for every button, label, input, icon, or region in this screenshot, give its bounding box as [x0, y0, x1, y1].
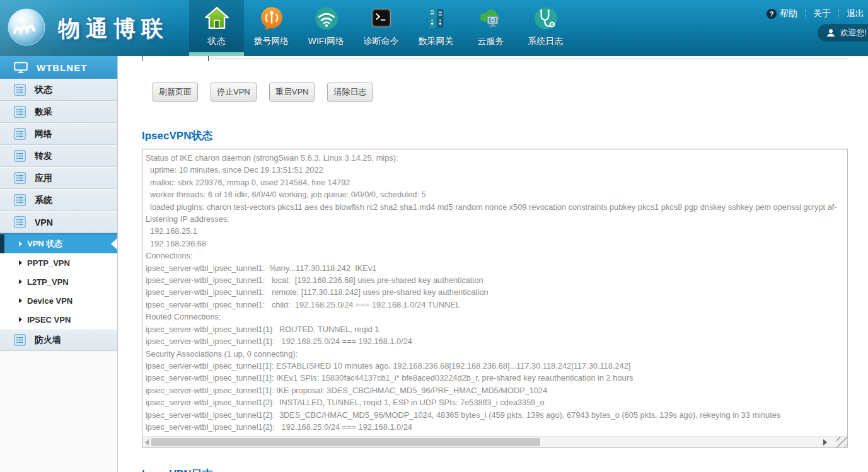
terminal-icon [368, 5, 395, 32]
help-link[interactable]: ? 帮助 [767, 8, 797, 20]
stethoscope-icon [533, 5, 559, 32]
refresh-page-button[interactable]: 刷新页面 [153, 83, 198, 101]
tab-edge-tick [142, 56, 142, 61]
list-icon [14, 106, 26, 118]
resize-grip[interactable] [836, 437, 847, 447]
sidebar-item-firewall[interactable]: 防火墙 [0, 329, 117, 351]
submenu-item-pptp-vpn[interactable]: PPTP_VPN [0, 253, 117, 272]
about-link[interactable]: 关于 [813, 8, 831, 20]
caret-right-icon [19, 241, 22, 246]
nav-tab-label: 数采网关 [419, 36, 454, 47]
brand-logo: 物通博联 [6, 7, 169, 50]
sidebar-item-label: 数采 [35, 106, 52, 118]
log-line: ipsec_server-wtbl_ipsec_tunnel1{2}: 192.… [146, 421, 844, 433]
logout-link[interactable]: 退出 [847, 8, 864, 20]
log-line: Routed Connections: [146, 311, 844, 323]
log-line: 192.168.236.68 [146, 238, 844, 250]
submenu-item-ipsec-vpn[interactable]: IPSEC VPN [0, 310, 117, 329]
list-icon [14, 334, 26, 346]
nav-tab-status[interactable]: 状态 [189, 0, 244, 56]
nav-tab-cloud-service[interactable]: 云服务 [463, 0, 518, 56]
caret-right-icon [19, 298, 22, 303]
log-line: ipsec_server-wtbl_ipsec_tunnel1: local: … [146, 274, 844, 286]
scroll-left-arrow-icon[interactable] [145, 439, 149, 446]
sidebar-item-network[interactable]: 网络 [0, 123, 117, 145]
list-icon [14, 84, 26, 96]
log-line: ipsec_server-wtbl_ipsec_tunnel1[1]: ESTA… [146, 360, 844, 372]
ipsec-log-title: IpsecVPN日志 [142, 467, 868, 472]
sidebar-item-label: 转发 [35, 151, 52, 162]
submenu-item-l2tp-vpn[interactable]: L2TP_VPN [0, 272, 117, 291]
log-line: Listening IP addresses: [146, 213, 844, 225]
home-icon [204, 5, 230, 32]
sidebar-item-label: VPN [35, 217, 53, 227]
nav-tab-label: 诊断命令 [364, 36, 399, 47]
log-line: loaded plugins: charon test-vectors pkcs… [146, 201, 844, 213]
log-line: ipsec_server-wtbl_ipsec_tunnel1: child: … [146, 299, 844, 311]
logo-sphere-icon [6, 7, 47, 50]
main-content: 刷新页面 停止VPN 重启VPN 清除日志 IpsecVPN状态 Status … [118, 56, 868, 472]
caret-right-icon [19, 317, 22, 322]
submenu-item-label: Device VPN [27, 296, 72, 306]
link-divider [805, 9, 806, 18]
sidebar-item-label: 状态 [35, 84, 52, 96]
cloud-icon [478, 5, 504, 32]
active-indicator-bar [0, 234, 4, 253]
nav-tab-label: 拨号网络 [254, 36, 289, 47]
log-line: ipsec_server-wtbl_ipsec_tunnel1[1]: IKE … [146, 384, 844, 396]
horizontal-scrollbar[interactable] [142, 436, 847, 447]
submenu-item-label: VPN 状态 [27, 238, 62, 250]
sidebar-item-status[interactable]: 状态 [0, 79, 117, 101]
nav-tab-label: WIFI网络 [308, 36, 345, 47]
log-line: 192.168.25.1 [146, 225, 844, 237]
submenu-item-label: IPSEC VPN [27, 315, 71, 325]
restart-vpn-button[interactable]: 重启VPN [269, 83, 315, 101]
welcome-text: 欢迎您! [840, 27, 867, 38]
sidebar-item-data-collect[interactable]: 数采 [0, 101, 117, 123]
submenu-item-device-vpn[interactable]: Device VPN [0, 291, 117, 310]
welcome-badge: 欢迎您! [818, 24, 868, 42]
nav-tab-dial-network[interactable]: 拨号网络 [244, 0, 299, 56]
dial-network-icon [258, 5, 285, 32]
nav-tab-system-log[interactable]: 系统日志 [518, 0, 573, 56]
log-line: ipsec_server-wtbl_ipsec_tunnel1: %any...… [146, 262, 844, 274]
log-text: Status of IKE charon daemon (strongSwan … [142, 149, 847, 437]
tab-baseline [208, 59, 848, 59]
nav-tab-data-gateway[interactable]: 数采网关 [408, 0, 463, 56]
sidebar-item-system[interactable]: 系统 [0, 189, 117, 211]
clear-log-button[interactable]: 清除日志 [327, 83, 373, 101]
nav-tab-diagnostic[interactable]: 诊断命令 [354, 0, 408, 56]
nav-tab-wifi[interactable]: WIFI网络 [299, 0, 354, 56]
sidebar-item-application[interactable]: 应用 [0, 167, 117, 189]
action-button-row: 刷新页面 停止VPN 重启VPN 清除日志 [153, 83, 868, 101]
sidebar-title: WTBLNET [37, 62, 87, 73]
page: 物通博联 状态 [0, 0, 868, 472]
log-line: worker threads: 6 of 16 idle, 6/0/4/0 wo… [146, 188, 844, 200]
sidebar-item-label: 应用 [35, 173, 52, 184]
stop-vpn-button[interactable]: 停止VPN [211, 83, 257, 101]
ipsec-status-textarea[interactable]: Status of IKE charon daemon (strongSwan … [142, 149, 848, 448]
sidebar-item-forwarding[interactable]: 转发 [0, 145, 117, 167]
sidebar: WTBLNET 状态 数采 网络 转发 应用 系统 VPN [0, 56, 118, 472]
scrollbar-thumb[interactable] [151, 438, 540, 446]
sidebar-item-vpn[interactable]: VPN [0, 211, 117, 233]
log-line: ipsec_server-wtbl_ipsec_tunnel1[1]: IKEv… [146, 372, 844, 384]
submenu-item-label: L2TP_VPN [27, 277, 69, 287]
brand-name: 物通博联 [58, 14, 169, 43]
log-line: ipsec_server-wtbl_ipsec_tunnel1{2}: INST… [146, 396, 844, 408]
log-line: Security Associations (1 up, 0 connectin… [146, 348, 844, 360]
sidebar-item-label: 防火墙 [35, 335, 61, 346]
active-arrow-notch [111, 238, 117, 250]
caret-right-icon [19, 279, 22, 284]
caret-right-icon [19, 260, 22, 265]
user-icon [826, 28, 835, 37]
nav-tab-label: 云服务 [478, 36, 504, 47]
monitor-icon [14, 62, 28, 73]
list-icon [14, 172, 26, 184]
top-nav: 状态 拨号网络 [189, 0, 573, 56]
log-line: uptime: 10 minutes, since Dec 19 13:51:5… [146, 164, 844, 176]
ipsec-status-title: IpsecVPN状态 [142, 129, 868, 143]
scroll-right-arrow-icon[interactable] [823, 439, 827, 446]
log-line: malloc: sbrk 229376, mmap 0, used 214584… [146, 176, 844, 188]
submenu-item-vpn-status[interactable]: VPN 状态 [0, 233, 117, 253]
